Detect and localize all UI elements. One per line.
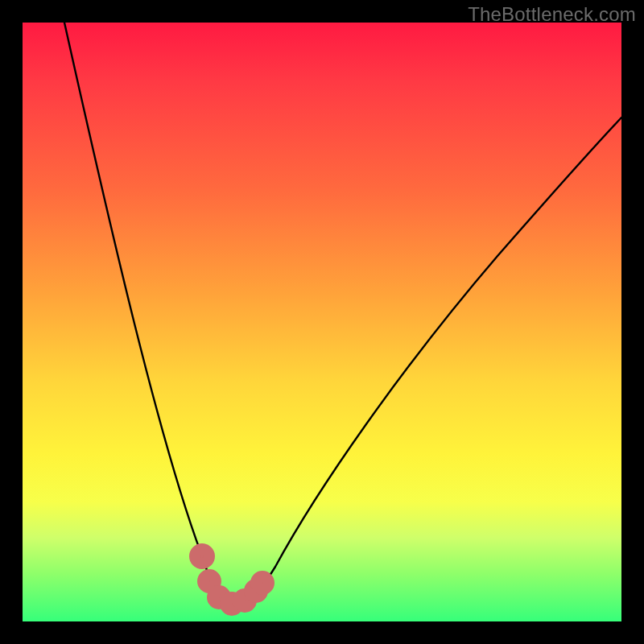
curve-minimum-highlight (195, 549, 269, 610)
chart-frame: TheBottleneck.com (0, 0, 644, 644)
plot-area (23, 23, 621, 621)
curve-path (64, 23, 621, 604)
svg-point-0 (195, 549, 209, 564)
svg-point-6 (256, 576, 269, 589)
svg-point-1 (203, 575, 216, 588)
bottleneck-curve (64, 23, 621, 604)
chart-svg (23, 23, 621, 621)
